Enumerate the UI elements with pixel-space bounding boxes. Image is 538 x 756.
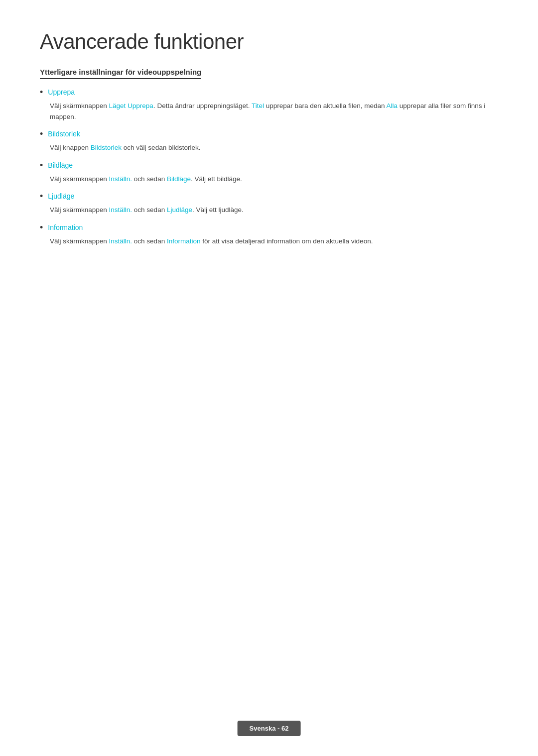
highlight-text: Inställn. [109, 237, 133, 245]
highlight-text: Titel [252, 102, 264, 109]
highlight-text: Inställn. [109, 175, 133, 183]
list-item: •UpprepaVälj skärmknappen Läget Upprepa.… [40, 88, 498, 122]
bullet-dot-icon: • [40, 87, 43, 98]
bullet-label: Bildläge [48, 161, 73, 169]
bullet-label: Upprepa [48, 88, 75, 96]
bullet-label: Bildstorlek [48, 130, 80, 138]
bullet-description: Välj skärmknappen Läget Upprepa. Detta ä… [50, 101, 498, 122]
list-item: •BildlägeVälj skärmknappen Inställn. och… [40, 161, 498, 185]
highlight-text: Bildstorlek [91, 144, 122, 151]
bullet-label: Information [48, 223, 83, 231]
highlight-text: Läget Upprepa [109, 102, 153, 109]
bullet-header: •Information [40, 223, 498, 233]
highlight-text: Alla [386, 102, 398, 109]
bullet-dot-icon: • [40, 160, 43, 171]
bullet-description: Välj skärmknappen Inställn. och sedan In… [50, 236, 498, 247]
bullet-label: Ljudläge [48, 192, 74, 200]
highlight-text: Bildläge [167, 175, 191, 183]
list-item: •BildstorlekVälj knappen Bildstorlek och… [40, 130, 498, 153]
highlight-text: Inställn. [109, 206, 133, 214]
page-container: Avancerade funktioner Ytterligare instäl… [0, 0, 538, 305]
section-heading: Ytterligare inställningar för videouppsp… [40, 68, 201, 79]
page-title: Avancerade funktioner [40, 30, 498, 54]
bullet-header: •Upprepa [40, 88, 498, 98]
bullet-description: Välj skärmknappen Inställn. och sedan Bi… [50, 174, 498, 185]
list-item: •LjudlägeVälj skärmknappen Inställn. och… [40, 192, 498, 216]
bullet-header: •Bildläge [40, 161, 498, 171]
bullet-description: Välj knappen Bildstorlek och välj sedan … [50, 142, 498, 153]
bullet-header: •Bildstorlek [40, 130, 498, 139]
list-item: •InformationVälj skärmknappen Inställn. … [40, 223, 498, 247]
bullet-dot-icon: • [40, 222, 43, 233]
bullet-dot-icon: • [40, 191, 43, 202]
bullet-dot-icon: • [40, 129, 43, 139]
highlight-text: Information [167, 237, 201, 245]
page-footer: Svenska - 62 [238, 721, 301, 736]
highlight-text: Ljudläge [167, 206, 192, 214]
bullet-description: Välj skärmknappen Inställn. och sedan Lj… [50, 205, 498, 216]
bullet-header: •Ljudläge [40, 192, 498, 202]
bullet-list: •UpprepaVälj skärmknappen Läget Upprepa.… [40, 88, 498, 247]
